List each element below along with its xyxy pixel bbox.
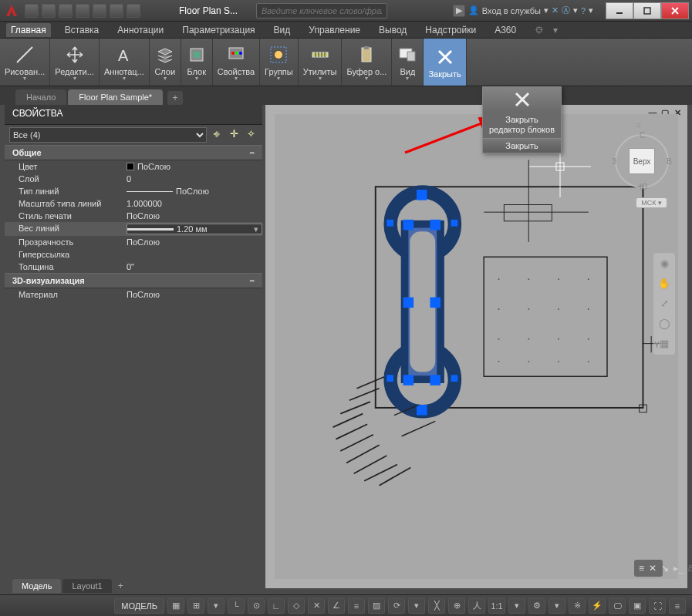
- tab-addins[interactable]: Надстройки: [420, 23, 481, 37]
- 3dosnap-icon[interactable]: ✕: [308, 598, 325, 614]
- isodraft-icon[interactable]: ∟: [268, 598, 285, 614]
- doc-tab-current[interactable]: Floor Plan Sample*: [68, 89, 163, 105]
- otrack-icon[interactable]: ∠: [328, 598, 345, 614]
- prop-layer[interactable]: Слой0: [5, 173, 262, 185]
- ribbon-clipboard[interactable]: Буфер о...▾: [342, 39, 392, 86]
- toggle-pickadd-icon[interactable]: ⎆: [210, 128, 224, 142]
- snap-toggle-icon[interactable]: ⊞: [187, 598, 204, 614]
- dropdown3-icon[interactable]: ▾: [549, 598, 565, 614]
- qat-save-icon[interactable]: [59, 4, 73, 18]
- prop-material[interactable]: МатериалПоСлою: [5, 288, 262, 301]
- dyninput-icon[interactable]: ⊕: [448, 598, 465, 614]
- ribbon-layers[interactable]: Слои▾: [150, 39, 181, 86]
- annovisibility-icon[interactable]: ※: [569, 598, 586, 614]
- annomonitor-icon[interactable]: 人: [468, 598, 485, 614]
- prop-linetype[interactable]: Тип линийПоСлою: [5, 185, 262, 197]
- ribbon-annotation[interactable]: AАннотац...▾: [100, 39, 150, 86]
- ribbon-view[interactable]: Вид▾: [392, 39, 424, 86]
- search-input[interactable]: [256, 3, 387, 19]
- qat-print-icon[interactable]: [93, 4, 106, 18]
- prop-lineweight[interactable]: Вес линий1.20 мм: [5, 222, 262, 236]
- qat-open-icon[interactable]: [42, 4, 56, 18]
- collapse-icon[interactable]: −: [250, 276, 255, 285]
- ribbon-properties[interactable]: Свойства▾: [213, 39, 260, 86]
- doc-tab-start[interactable]: Начало: [15, 89, 66, 105]
- infocenter-play-icon[interactable]: ▶: [453, 5, 465, 17]
- recent-commands-icon[interactable]: ≡: [639, 563, 644, 574]
- help-icon[interactable]: ?: [581, 6, 586, 15]
- annoscale-icon[interactable]: 1:1: [488, 598, 505, 614]
- collapse-icon[interactable]: −: [250, 148, 255, 157]
- dropdown2-icon[interactable]: ▾: [408, 598, 425, 614]
- tab-home[interactable]: Главная: [6, 23, 51, 37]
- ribbon-close[interactable]: Закрыть: [424, 39, 466, 86]
- qat-redo-icon[interactable]: [127, 4, 140, 18]
- tab-output[interactable]: Вывод: [374, 23, 411, 37]
- customization-icon[interactable]: ≡: [669, 598, 686, 614]
- monitor-icon[interactable]: 🖵: [609, 598, 626, 614]
- qat-saveas-icon[interactable]: [76, 4, 89, 18]
- close-editor-icon[interactable]: [483, 87, 561, 112]
- ribbon-expand-icon[interactable]: ⯐: [535, 25, 544, 35]
- command-line[interactable]: ≡ ✕ ↘ ▸_: [634, 560, 663, 577]
- zoom-extents-icon[interactable]: ⤢: [658, 298, 670, 310]
- login-label[interactable]: Вход в службы: [482, 6, 541, 15]
- login-dropdown-icon[interactable]: ▾: [544, 5, 549, 15]
- layout-add-button[interactable]: +: [113, 579, 128, 593]
- status-model[interactable]: МОДЕЛЬ: [114, 598, 164, 614]
- drawing-canvas[interactable]: — ▢ ✕: [265, 105, 687, 588]
- tab-parametric[interactable]: Параметризация: [177, 23, 259, 37]
- close-editor-button[interactable]: Закрыть: [483, 138, 561, 153]
- exchange-icon[interactable]: ✕: [552, 5, 559, 15]
- ribbon-modify[interactable]: Редакти...▾: [50, 39, 100, 86]
- prop-color[interactable]: ЦветПоСлою: [5, 160, 262, 173]
- close-cmdline-icon[interactable]: ✕: [649, 563, 657, 574]
- steering-wheel-icon[interactable]: ◉: [658, 258, 670, 270]
- a360-icon[interactable]: Ⓐ: [562, 5, 570, 16]
- doc-tab-add-button[interactable]: +: [167, 91, 183, 105]
- viewcube[interactable]: Верх С Ю В З ⌂: [615, 134, 669, 188]
- window-maximize-button[interactable]: [633, 2, 661, 19]
- select-objects-icon[interactable]: ✛: [227, 128, 241, 142]
- tab-insert[interactable]: Вставка: [60, 23, 104, 37]
- prop-hyperlink[interactable]: Гиперссылка: [5, 248, 262, 261]
- properties-object-selector[interactable]: Все (4): [9, 127, 207, 143]
- tab-a360[interactable]: A360: [490, 23, 521, 37]
- app-logo[interactable]: [3, 2, 20, 19]
- pan-icon[interactable]: ✋: [658, 278, 670, 290]
- dynucs-icon[interactable]: ╳: [428, 598, 445, 614]
- quick-select-icon[interactable]: ✧: [244, 128, 258, 142]
- transparency-icon[interactable]: ▨: [368, 598, 385, 614]
- layout-tab-model[interactable]: Модель: [12, 579, 61, 593]
- tab-view[interactable]: Вид: [269, 23, 295, 37]
- dropdown-icon[interactable]: ▾: [208, 598, 224, 614]
- ribbon-groups[interactable]: Группы▾: [260, 39, 299, 86]
- grid-toggle-icon[interactable]: ▦: [167, 598, 184, 614]
- annoscale-dropdown-icon[interactable]: ▾: [508, 598, 525, 614]
- workspace-icon[interactable]: ⚙: [528, 598, 545, 614]
- layout-tab-layout1[interactable]: Layout1: [62, 579, 111, 593]
- window-minimize-button[interactable]: [606, 2, 633, 19]
- home-icon[interactable]: ⌂: [636, 120, 641, 129]
- ribbon-block[interactable]: Блок▾: [181, 39, 213, 86]
- prop-transparency[interactable]: ПрозрачностьПоСлою: [5, 236, 262, 248]
- showmotion-icon[interactable]: ▦: [658, 338, 670, 350]
- cycling-icon[interactable]: ⟳: [388, 598, 405, 614]
- tab-manage[interactable]: Управление: [304, 23, 365, 37]
- help-dropdown-icon[interactable]: ▾: [573, 5, 578, 15]
- lineweight-icon[interactable]: ≡: [348, 598, 365, 614]
- tab-annotate[interactable]: Аннотации: [113, 23, 168, 37]
- qat-new-icon[interactable]: [25, 4, 39, 18]
- cleanscreen-icon[interactable]: ⛶: [649, 598, 666, 614]
- ribbon-draw[interactable]: Рисован...▾: [0, 39, 50, 86]
- customize-cmdline-icon[interactable]: ↘: [661, 563, 669, 574]
- prop-plotstyle[interactable]: Стиль печатиПоСлою: [5, 210, 262, 222]
- help-chevron-icon[interactable]: ▾: [589, 5, 593, 15]
- ortho-icon[interactable]: └: [228, 598, 245, 614]
- orbit-icon[interactable]: ◯: [658, 318, 670, 330]
- ribbon-utilities[interactable]: Утилиты▾: [299, 39, 343, 86]
- hardwareaccel-icon[interactable]: ⚡: [589, 598, 606, 614]
- prop-thickness[interactable]: Толщина0": [5, 261, 262, 273]
- polar-icon[interactable]: ⊙: [248, 598, 265, 614]
- command-input[interactable]: [688, 564, 692, 573]
